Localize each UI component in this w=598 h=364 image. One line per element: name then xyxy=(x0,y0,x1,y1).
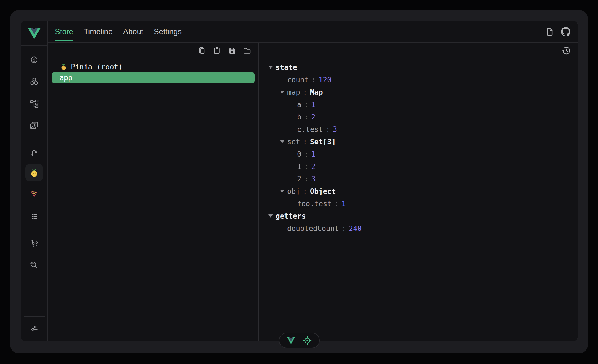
tree-value: 2 xyxy=(311,113,316,121)
key-value-separator: : xyxy=(301,150,311,158)
sidebar-item-settings[interactable] xyxy=(26,321,42,336)
state-row-set[interactable]: set:Set[3] xyxy=(259,135,578,148)
documentation-icon xyxy=(545,28,554,36)
save-state-icon xyxy=(228,47,236,55)
state-panel: statecount:120map:Mapa:1b:2c.test:3set:S… xyxy=(259,43,578,341)
sidebar-item-assets[interactable] xyxy=(26,118,42,134)
tree-key: c.test xyxy=(297,125,323,134)
devtools-window: StoreTimelineAboutSettings xyxy=(10,10,588,353)
tree-key: 1 xyxy=(297,162,301,171)
state-row-1[interactable]: 1:2 xyxy=(259,160,578,173)
paste-state-button[interactable] xyxy=(213,47,221,55)
tab-about[interactable]: About xyxy=(123,21,143,42)
pinia-root-label: Pinia (root) xyxy=(71,63,123,71)
sidebar-item-overview[interactable] xyxy=(26,52,42,67)
pineapple-emoji-icon xyxy=(60,63,67,70)
routes-tree-icon xyxy=(29,99,39,108)
tree-key: 0 xyxy=(297,150,301,158)
tree-key: a xyxy=(297,100,301,109)
pinia-pineapple-icon xyxy=(29,168,39,178)
sidebar-item-pinia[interactable] xyxy=(25,164,43,181)
sidebar-item-timeline-hook[interactable] xyxy=(26,145,42,161)
tree-key: set xyxy=(287,138,300,146)
key-value-separator: : xyxy=(300,138,310,146)
store-row-app[interactable]: app xyxy=(52,72,255,83)
inspect-target-button[interactable] xyxy=(303,336,312,345)
documentation-button[interactable] xyxy=(545,28,554,36)
expander-caret-icon[interactable] xyxy=(280,91,287,94)
tree-key: obj xyxy=(287,187,300,195)
tab-settings[interactable]: Settings xyxy=(154,21,182,42)
sidebar xyxy=(21,21,48,341)
tree-key: getters xyxy=(276,212,306,220)
tree-value: 1 xyxy=(311,150,316,158)
sidebar-item-routes[interactable] xyxy=(26,96,42,112)
key-value-separator: : xyxy=(300,88,310,96)
sidebar-item-components[interactable] xyxy=(26,74,42,89)
pinia-root-row[interactable]: Pinia (root) xyxy=(48,61,258,72)
assets-images-icon xyxy=(29,121,39,131)
github-button[interactable] xyxy=(561,27,570,36)
state-row-b[interactable]: b:2 xyxy=(259,111,578,123)
state-row-obj[interactable]: obj:Object xyxy=(259,185,578,197)
sidebar-item-vue-plugin[interactable] xyxy=(26,186,42,202)
tree-key: map xyxy=(287,88,300,96)
graph-icon xyxy=(29,239,39,248)
header-actions xyxy=(545,27,570,36)
devtools-app: StoreTimelineAboutSettings xyxy=(21,21,578,341)
tree-value: 3 xyxy=(333,125,337,134)
state-row-foo.test[interactable]: foo.test:1 xyxy=(259,197,578,210)
vue-plugin-v-icon xyxy=(29,189,39,199)
state-row-getters[interactable]: getters xyxy=(259,210,578,222)
copy-state-button[interactable] xyxy=(198,47,206,55)
header-bar: StoreTimelineAboutSettings xyxy=(48,21,578,43)
expander-caret-icon[interactable] xyxy=(268,214,276,218)
tree-key: 2 xyxy=(297,175,301,183)
tree-key: b xyxy=(297,113,301,121)
history-button[interactable] xyxy=(562,46,571,55)
sidebar-divider xyxy=(24,138,45,138)
expander-caret-icon[interactable] xyxy=(268,66,276,69)
tree-key: doubledCount xyxy=(287,224,339,233)
tree-type: Map xyxy=(310,88,323,96)
state-row-0[interactable]: 0:1 xyxy=(259,148,578,160)
sidebar-item-list[interactable] xyxy=(26,208,42,224)
state-row-doubledCount[interactable]: doubledCount:240 xyxy=(259,222,578,235)
store-panel: Pinia (root) app xyxy=(48,43,259,341)
tree-value: 120 xyxy=(319,76,332,84)
state-row-a[interactable]: a:1 xyxy=(259,98,578,111)
timeline-hook-icon xyxy=(29,148,39,158)
open-state-button[interactable] xyxy=(243,47,251,55)
state-row-state[interactable]: state xyxy=(259,61,578,74)
key-value-separator: : xyxy=(301,162,311,171)
key-value-separator: : xyxy=(332,200,341,208)
sidebar-divider xyxy=(24,229,45,229)
key-value-separator: : xyxy=(339,224,349,233)
vue-logo xyxy=(21,21,47,46)
components-icon xyxy=(29,77,39,86)
tree-type: Object xyxy=(310,187,336,195)
main-area: StoreTimelineAboutSettings xyxy=(48,21,578,341)
sidebar-item-inspect[interactable] xyxy=(26,258,42,273)
divider-dashed xyxy=(50,59,256,59)
state-row-count[interactable]: count:120 xyxy=(259,74,578,86)
sidebar-item-graph[interactable] xyxy=(26,236,42,251)
state-row-2[interactable]: 2:3 xyxy=(259,173,578,185)
save-state-button[interactable] xyxy=(228,47,236,55)
vue-logo-icon xyxy=(28,28,41,39)
vue-devtools-button[interactable] xyxy=(287,337,295,344)
history-icon xyxy=(562,46,571,55)
sidebar-divider xyxy=(24,316,45,317)
devtools-pill xyxy=(279,333,320,348)
expander-caret-icon[interactable] xyxy=(280,190,287,193)
state-row-c.test[interactable]: c.test:3 xyxy=(259,123,578,135)
overview-info-icon xyxy=(29,55,39,64)
tab-timeline[interactable]: Timeline xyxy=(84,21,113,42)
state-row-map[interactable]: map:Map xyxy=(259,86,578,98)
tab-bar: StoreTimelineAboutSettings xyxy=(48,21,182,42)
settings-sliders-icon xyxy=(29,324,39,333)
expander-caret-icon[interactable] xyxy=(280,140,287,143)
tab-store[interactable]: Store xyxy=(55,21,73,42)
tree-value: 240 xyxy=(349,224,362,233)
inspect-target-icon xyxy=(303,336,312,345)
